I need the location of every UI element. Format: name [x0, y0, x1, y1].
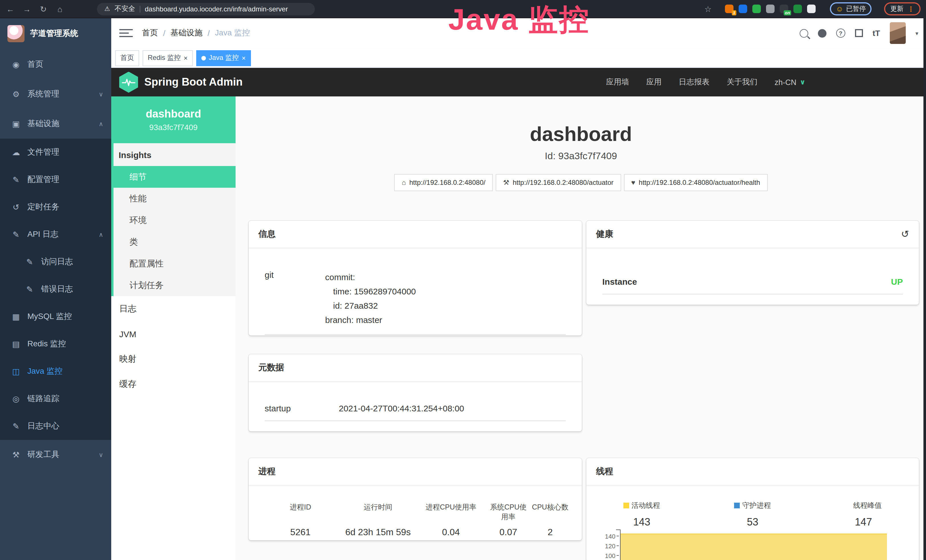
- sidebar-menu-item[interactable]: ◉ 首页: [0, 50, 111, 79]
- sba-instance-header[interactable]: dashboard 93a3fc7f7409: [111, 97, 236, 143]
- app-title: 芋道管理系统: [30, 29, 78, 39]
- window-right-edge: [923, 0, 926, 560]
- tab-close-icon[interactable]: ×: [242, 54, 245, 61]
- sidebar-toggle-icon[interactable]: [116, 18, 136, 48]
- breadcrumb-item[interactable]: 基础设施: [171, 28, 203, 38]
- sidebar-menu-item[interactable]: ⚒ 研发工具 ∨: [0, 440, 111, 469]
- github-icon[interactable]: [818, 29, 826, 37]
- menu-item-label: 文件管理: [27, 147, 96, 157]
- menu-item-icon: ✎: [25, 285, 34, 294]
- not-secure-label[interactable]: 不安全: [115, 4, 135, 14]
- view-tab[interactable]: 首页: [115, 50, 139, 66]
- extension-icon[interactable]: [738, 5, 747, 13]
- sba-sidebar-item[interactable]: JVM: [111, 321, 236, 346]
- sba-locale-select[interactable]: zh-CN ∨: [775, 78, 805, 86]
- sba-nav-link[interactable]: 应用: [646, 77, 662, 87]
- menu-item-icon: ◎: [11, 394, 21, 403]
- browser-back-icon[interactable]: ←: [6, 4, 15, 14]
- health-card: 健康 ↺ Instance UP: [586, 221, 919, 305]
- extension-icon[interactable]: [766, 5, 775, 13]
- process-col-header: 进程ID: [260, 502, 341, 522]
- process-table: 进程ID运行时间进程CPU使用率系统CPU使用率CPU核心数 52616d 23…: [249, 486, 582, 537]
- instance-url-button[interactable]: ⌂ http://192.168.0.2:48080/: [394, 174, 493, 191]
- fullscreen-icon[interactable]: [855, 29, 863, 37]
- browser-menu-icon[interactable]: ⋮: [908, 5, 914, 13]
- tab-close-icon[interactable]: ×: [184, 54, 188, 61]
- view-tab[interactable]: Redis 监控 ×: [142, 50, 193, 66]
- sba-sidebar-item[interactable]: 日志: [111, 296, 236, 321]
- breadcrumb-item[interactable]: 首页: [142, 28, 158, 38]
- sidebar-menu-item[interactable]: ✎ 日志中心: [0, 413, 111, 440]
- instance-url-button[interactable]: ♥ http://192.168.0.2:48080/actuator/heal…: [624, 174, 767, 191]
- sba-sidebar-item[interactable]: 细节: [113, 166, 236, 188]
- page-url[interactable]: dashboard.yudao.iocoder.cn/infra/admin-s…: [145, 5, 288, 13]
- sidebar-menu-item[interactable]: ◎ 链路追踪: [0, 385, 111, 413]
- address-bar[interactable]: ⚠ 不安全 dashboard.yudao.iocoder.cn/infra/a…: [97, 3, 315, 15]
- help-icon[interactable]: ?: [836, 29, 845, 38]
- extension-icon[interactable]: 1: [725, 5, 734, 13]
- bookmark-star-icon[interactable]: ☆: [703, 4, 713, 14]
- avatar-caret-icon[interactable]: ▾: [915, 30, 918, 36]
- process-col-header: 运行时间: [341, 502, 415, 522]
- user-avatar[interactable]: [890, 22, 906, 44]
- sba-sidebar-item[interactable]: 缓存: [111, 371, 236, 397]
- process-col-value: 0.07: [487, 527, 530, 537]
- tabs-bar: 首页 Redis 监控 × Java 监控 ×: [111, 48, 926, 68]
- font-size-icon[interactable]: tT: [873, 29, 880, 38]
- card-title: 元数据: [259, 362, 284, 373]
- browser-home-icon[interactable]: ⌂: [55, 4, 65, 14]
- instance-url-button[interactable]: ⚒ http://192.168.0.2:48080/actuator: [496, 174, 621, 191]
- sidebar-menu-item[interactable]: ▤ Redis 监控: [0, 330, 111, 358]
- sidebar-menu-item[interactable]: ▦ MySQL 监控: [0, 303, 111, 330]
- sidebar-menu-item[interactable]: ▣ 基础设施 ∧: [0, 109, 111, 139]
- profile-paused-badge[interactable]: ☺ 已暂停: [830, 2, 872, 15]
- breadcrumb-separator: /: [163, 29, 165, 38]
- process-col-header: CPU核心数: [530, 502, 570, 522]
- y-tick-label: 120: [605, 541, 619, 551]
- page-subtitle-id: Id: 93a3fc7f7409: [236, 151, 926, 162]
- breadcrumb-item[interactable]: Java 监控: [215, 28, 250, 38]
- menu-item-label: 基础设施: [27, 119, 92, 129]
- extension-icon[interactable]: [752, 5, 761, 13]
- extension-icon[interactable]: [793, 5, 802, 13]
- health-instance-row[interactable]: Instance UP: [602, 248, 903, 286]
- menu-item-label: 配置管理: [27, 175, 96, 185]
- extension-icon[interactable]: [807, 5, 816, 13]
- sba-sidebar-item[interactable]: 环境: [113, 209, 236, 231]
- menu-item-icon: ◉: [11, 60, 21, 69]
- sba-brand[interactable]: Spring Boot Admin: [144, 76, 243, 88]
- health-history-icon[interactable]: ↺: [901, 228, 909, 240]
- sidebar-menu-item[interactable]: ✎ API 日志 ∧: [0, 221, 111, 248]
- menu-item-icon: ▣: [11, 119, 21, 129]
- sba-sidebar-item[interactable]: 配置属性: [113, 253, 236, 274]
- sba-nav-link[interactable]: 应用墙: [606, 77, 629, 87]
- sba-nav-link[interactable]: 日志报表: [679, 77, 710, 87]
- sba-sidebar-item[interactable]: 计划任务: [113, 274, 236, 296]
- sba-sidebar-item[interactable]: 映射: [111, 346, 236, 371]
- sidebar-menu-item[interactable]: ☁ 文件管理: [0, 139, 111, 166]
- app-logo-row[interactable]: 芋道管理系统: [0, 18, 111, 50]
- browser-reload-icon[interactable]: ↻: [39, 4, 48, 14]
- not-secure-icon[interactable]: ⚠: [104, 5, 110, 12]
- sidebar-menu-item[interactable]: ✎ 配置管理: [0, 166, 111, 194]
- page-title: dashboard: [236, 123, 926, 145]
- menu-item-icon: ☁: [11, 148, 21, 157]
- y-tick-label: 100: [605, 551, 619, 560]
- legend-color-swatch: [623, 502, 629, 509]
- sba-sidebar-item[interactable]: 类: [113, 231, 236, 253]
- extensions-row: 1 on: [720, 5, 816, 13]
- search-icon[interactable]: [800, 29, 808, 37]
- chevron-icon: ∨: [99, 91, 103, 98]
- sidebar-menu-item[interactable]: ↺ 定时任务: [0, 194, 111, 221]
- view-tab[interactable]: Java 监控 ×: [196, 50, 251, 66]
- sba-logo-icon[interactable]: [119, 72, 138, 93]
- browser-forward-icon[interactable]: →: [22, 4, 31, 14]
- sidebar-menu-item[interactable]: ⚙ 系统管理 ∨: [0, 79, 111, 109]
- sidebar-menu-item[interactable]: ◫ Java 监控: [0, 358, 111, 385]
- sba-nav-link[interactable]: 关于我们: [727, 77, 758, 87]
- extension-icon[interactable]: on: [780, 5, 788, 13]
- sidebar-menu-item[interactable]: ✎ 访问日志: [0, 248, 111, 275]
- sba-sidebar-item[interactable]: 性能: [113, 188, 236, 209]
- chrome-update-button[interactable]: 更新 ⋮: [884, 2, 921, 15]
- sidebar-menu-item[interactable]: ✎ 错误日志: [0, 275, 111, 303]
